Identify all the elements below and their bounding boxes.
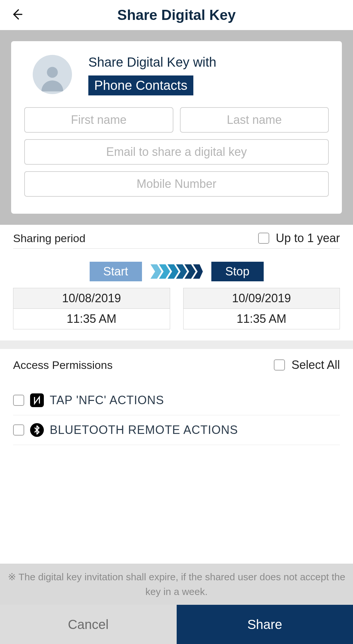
stop-datetime[interactable]: 10/09/2019 11:35 AM (183, 288, 340, 329)
footer-note-wrap: ※ The digital key invitation shall expir… (0, 564, 353, 605)
footer-bar: Cancel Share (0, 605, 353, 644)
chevrons-icon (150, 264, 203, 279)
mobile-input[interactable] (24, 171, 329, 197)
nfc-checkbox[interactable] (13, 395, 24, 406)
up-to-1-year-label: Up to 1 year (276, 231, 340, 245)
first-name-input[interactable] (24, 107, 173, 133)
share-button[interactable]: Share (177, 605, 353, 644)
cancel-button[interactable]: Cancel (0, 605, 177, 644)
sharing-period-section: Sharing period Up to 1 year Start Stop 1… (0, 225, 353, 340)
phone-contacts-button[interactable]: Phone Contacts (88, 75, 193, 95)
email-input[interactable] (24, 139, 329, 165)
select-all-checkbox[interactable] (274, 359, 285, 371)
svg-point-1 (47, 67, 58, 78)
divider (0, 340, 353, 349)
select-all-label: Select All (291, 358, 340, 372)
bluetooth-icon (30, 423, 44, 437)
svg-marker-2 (150, 264, 162, 279)
contact-card: Share Digital Key with Phone Contacts (11, 41, 342, 214)
back-icon[interactable] (10, 8, 24, 23)
header: Share Digital Key (0, 0, 353, 30)
stop-time: 11:35 AM (184, 309, 340, 329)
nfc-label: TAP 'NFC' ACTIONS (50, 393, 164, 407)
permissions-section: Access Permissions Select All TAP 'NFC' … (0, 349, 353, 458)
stop-button[interactable]: Stop (211, 262, 264, 281)
permissions-title: Access Permissions (13, 359, 113, 372)
bluetooth-checkbox[interactable] (13, 424, 24, 436)
footer-note: ※ The digital key invitation shall expir… (3, 570, 350, 599)
start-date: 10/08/2019 (13, 288, 170, 309)
bluetooth-label: BLUETOOTH REMOTE ACTIONS (50, 423, 238, 437)
start-datetime[interactable]: 10/08/2019 11:35 AM (13, 288, 170, 329)
stop-date: 10/09/2019 (184, 288, 340, 309)
permission-bluetooth[interactable]: BLUETOOTH REMOTE ACTIONS (13, 415, 340, 445)
up-to-1-year-checkbox[interactable] (258, 233, 269, 244)
start-time: 11:35 AM (13, 309, 170, 329)
last-name-input[interactable] (180, 107, 329, 133)
avatar (33, 55, 72, 94)
page-title: Share Digital Key (117, 7, 236, 23)
share-with-label: Share Digital Key with (88, 55, 216, 70)
permission-nfc[interactable]: TAP 'NFC' ACTIONS (13, 386, 340, 415)
start-button[interactable]: Start (90, 262, 142, 281)
nfc-icon (30, 393, 44, 407)
sharing-period-title: Sharing period (13, 232, 85, 245)
contact-section: Share Digital Key with Phone Contacts (0, 30, 353, 225)
